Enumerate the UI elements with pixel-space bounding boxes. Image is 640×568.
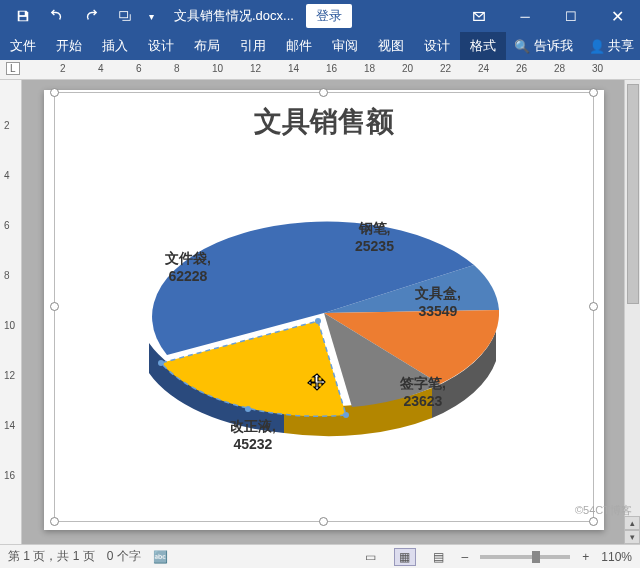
horizontal-ruler[interactable]: L 2 4 6 8 10 12 14 16 18 20 22 24 26 28 … <box>0 60 640 80</box>
tab-insert[interactable]: 插入 <box>92 32 138 60</box>
share-icon: 👤 <box>589 39 605 54</box>
search-icon: 🔍 <box>514 39 530 54</box>
ribbon-options-button[interactable] <box>456 0 502 32</box>
status-bar: 第 1 页，共 1 页 0 个字 🔤 ▭ ▦ ▤ – + 110% <box>0 544 640 568</box>
move-cursor-icon <box>307 373 327 393</box>
zoom-knob[interactable] <box>532 551 540 563</box>
tell-me-search[interactable]: 🔍告诉我 <box>506 32 581 60</box>
save-button[interactable] <box>6 0 40 32</box>
ribbon-tabs: 文件 开始 插入 设计 布局 引用 邮件 审阅 视图 设计 格式 🔍告诉我 👤共… <box>0 32 640 60</box>
tab-file[interactable]: 文件 <box>0 32 46 60</box>
tab-home[interactable]: 开始 <box>46 32 92 60</box>
resize-handle-tl[interactable] <box>50 88 59 97</box>
undo-button[interactable] <box>40 0 74 32</box>
label-pen[interactable]: 钢笔,25235 <box>355 220 394 255</box>
svg-point-2 <box>343 412 349 418</box>
web-layout-button[interactable]: ▤ <box>428 548 450 566</box>
vertical-scrollbar[interactable]: ▴ ▾ <box>624 80 640 544</box>
title-bar: ▾ 文具销售情况.docx... 登录 ─ ☐ ✕ <box>0 0 640 32</box>
label-corr[interactable]: 改正液,45232 <box>230 418 276 453</box>
zoom-level[interactable]: 110% <box>601 550 632 564</box>
word-window: ▾ 文具销售情况.docx... 登录 ─ ☐ ✕ 文件 开始 插入 设计 布局… <box>0 0 640 568</box>
scroll-down-button[interactable]: ▾ <box>624 530 640 544</box>
print-layout-button[interactable]: ▦ <box>394 548 416 566</box>
qat-dropdown[interactable]: ▾ <box>142 0 160 32</box>
document-body: 2 4 6 8 10 12 14 16 文具销售额 <box>0 80 640 544</box>
document-title: 文具销售情况.docx... <box>166 7 302 25</box>
tab-mailings[interactable]: 邮件 <box>276 32 322 60</box>
zoom-in-button[interactable]: + <box>582 550 589 564</box>
tab-references[interactable]: 引用 <box>230 32 276 60</box>
login-button[interactable]: 登录 <box>306 4 352 28</box>
resize-handle-bl[interactable] <box>50 517 59 526</box>
share-button[interactable]: 👤共享 <box>583 32 640 60</box>
resize-handle-tm[interactable] <box>319 88 328 97</box>
maximize-button[interactable]: ☐ <box>548 0 594 32</box>
resize-handle-br[interactable] <box>589 517 598 526</box>
proofing-button[interactable]: 🔤 <box>153 550 168 564</box>
resize-handle-tr[interactable] <box>589 88 598 97</box>
vertical-ruler[interactable]: 2 4 6 8 10 12 14 16 <box>0 80 22 544</box>
redo-button[interactable] <box>74 0 108 32</box>
word-count[interactable]: 0 个字 <box>107 548 141 565</box>
zoom-slider[interactable] <box>480 555 570 559</box>
quick-access-toolbar: ▾ <box>0 0 166 32</box>
pie-svg <box>104 158 544 488</box>
qat-more-button[interactable] <box>108 0 142 32</box>
label-box[interactable]: 文具盒,33549 <box>415 285 461 320</box>
page-indicator[interactable]: 第 1 页，共 1 页 <box>8 548 95 565</box>
read-mode-button[interactable]: ▭ <box>360 548 382 566</box>
chart-object[interactable]: 文具销售额 <box>54 92 594 522</box>
svg-point-5 <box>315 318 321 324</box>
tab-layout[interactable]: 布局 <box>184 32 230 60</box>
tab-chart-design[interactable]: 设计 <box>414 32 460 60</box>
pie-chart[interactable]: 钢笔,25235 文具盒,33549 签字笔,23623 改正液,45232 文… <box>55 145 593 515</box>
tab-view[interactable]: 视图 <box>368 32 414 60</box>
zoom-out-button[interactable]: – <box>462 550 469 564</box>
scroll-thumb[interactable] <box>627 84 639 304</box>
scroll-up-button[interactable]: ▴ <box>624 516 640 530</box>
chart-title[interactable]: 文具销售额 <box>55 93 593 145</box>
page: 文具销售额 <box>44 90 604 530</box>
svg-rect-0 <box>120 12 128 18</box>
svg-point-4 <box>245 406 251 412</box>
label-folder[interactable]: 文件袋,62228 <box>165 250 211 285</box>
page-viewport[interactable]: 文具销售额 <box>22 80 640 544</box>
tab-selector[interactable]: L <box>6 62 20 75</box>
minimize-button[interactable]: ─ <box>502 0 548 32</box>
resize-handle-bm[interactable] <box>319 517 328 526</box>
watermark: ©54CT博客 <box>575 503 632 518</box>
tab-design[interactable]: 设计 <box>138 32 184 60</box>
svg-point-3 <box>158 360 164 366</box>
close-button[interactable]: ✕ <box>594 0 640 32</box>
label-sign[interactable]: 签字笔,23623 <box>400 375 446 410</box>
tab-review[interactable]: 审阅 <box>322 32 368 60</box>
tab-format[interactable]: 格式 <box>460 32 506 60</box>
